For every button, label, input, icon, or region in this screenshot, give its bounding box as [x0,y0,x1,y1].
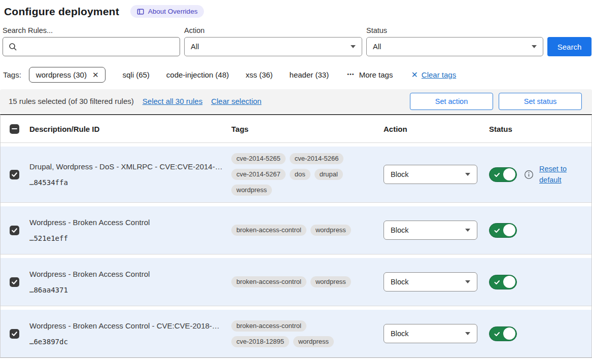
action-filter-field: Action All [184,26,362,56]
select-all-link[interactable]: Select all 30 rules [143,97,202,105]
search-rules-field: Search Rules... [3,26,180,56]
table-row: Wordpress - Broken Access Control …86aa4… [1,258,591,306]
search-input[interactable] [3,38,180,56]
tag-option-xss[interactable]: xss (36) [246,70,272,79]
tag-pill: cve-2018-12895 [231,336,289,347]
check-icon [494,279,500,285]
bulk-actions: Set action Set status [410,93,582,110]
tag-pill: wordpress [293,336,334,347]
column-header-action: Action [384,125,489,133]
row-tags: broken-access-controlcve-2018-12895wordp… [231,320,384,347]
info-icon[interactable] [524,170,534,179]
tag-pill: wordpress [231,185,272,196]
table-row: Drupal, Wordpress - DoS - XMLRPC - CVE:C… [1,147,591,202]
chevron-down-icon [532,45,537,48]
clear-selection-link[interactable]: Clear selection [211,97,261,105]
selection-bar: 15 rules selected (of 30 filtered rules)… [0,89,592,113]
row-checkbox[interactable] [10,170,19,179]
ellipsis-icon: ••• [347,71,355,77]
table-row-wrap: Drupal, Wordpress - DoS - XMLRPC - CVE:C… [1,142,591,202]
column-header-tags: Tags [231,125,384,133]
tag-pill: drupal [315,169,343,180]
selected-tag-label: wordpress (30) [36,70,87,79]
close-icon: ✕ [411,70,417,80]
status-filter-value: All [373,43,381,51]
more-tags-button[interactable]: ••• More tags [347,70,393,79]
status-toggle[interactable] [489,167,517,182]
check-icon [494,331,500,337]
rule-id: …6e3897dc [29,338,224,346]
set-status-button[interactable]: Set status [499,93,582,110]
set-action-button[interactable]: Set action [410,93,493,110]
action-select[interactable]: Block [384,221,477,240]
filters-row: Search Rules... Action All Status All Se… [3,26,592,56]
tag-pill: wordpress [310,225,351,236]
action-select[interactable]: Block [384,272,477,292]
tags-bar: Tags: wordpress (30) ✕ sqli (65) code-in… [3,67,592,83]
chevron-down-icon [465,332,470,335]
search-input-wrap [3,37,180,56]
action-filter-label: Action [184,26,362,34]
status-toggle[interactable] [489,275,517,289]
check-icon [11,171,18,178]
chevron-down-icon [465,280,470,283]
check-icon [11,331,18,337]
row-checkbox[interactable] [10,277,19,287]
toggle-knob [503,276,515,288]
chevron-down-icon [465,173,470,176]
tag-pill: cve-2014-5265 [231,153,286,164]
row-checkbox[interactable] [10,226,19,235]
clear-tags-link[interactable]: ✕ Clear tags [411,70,456,80]
rule-description: Drupal, Wordpress - DoS - XMLRPC - CVE:C… [29,162,224,172]
tag-option-header[interactable]: header (33) [290,70,329,79]
tag-option-sqli[interactable]: sqli (65) [122,70,149,79]
reset-to-default-link[interactable]: Reset to default [539,163,572,186]
action-filter-select[interactable]: All [184,37,362,56]
action-select-value: Block [391,278,408,286]
check-icon [494,172,500,178]
row-tags: cve-2014-5265cve-2014-5266cve-2014-5267d… [231,153,384,196]
rules-table: Description/Rule ID Tags Action Status D… [0,114,592,358]
rule-id: …86aa4371 [29,286,224,294]
tag-option-code-injection[interactable]: code-injection (48) [166,70,229,79]
rule-description: Wordpress - Broken Access Control [29,218,224,228]
status-filter-select[interactable]: All [366,37,543,56]
selected-tag-wordpress[interactable]: wordpress (30) ✕ [29,67,106,83]
selection-summary: 15 rules selected (of 30 filtered rules) [9,97,134,105]
tags-label: Tags: [3,70,21,79]
search-rules-label: Search Rules... [3,26,180,34]
table-row: Wordpress - Broken Access Control - CVE:… [1,310,591,357]
table-header: Description/Rule ID Tags Action Status [1,115,591,142]
column-header-status: Status [489,125,591,133]
status-toggle[interactable] [489,326,517,341]
check-icon [11,227,18,234]
status-filter-field: Status All [366,26,543,56]
rule-id: …84534ffa [29,178,224,187]
tag-pill: broken-access-control [231,276,306,287]
tag-pill: broken-access-control [231,320,306,332]
clear-tags-label: Clear tags [422,70,456,79]
status-toggle[interactable] [489,223,517,238]
action-select-value: Block [391,170,408,178]
toggle-knob [503,327,515,340]
action-select-value: Block [391,330,408,338]
search-button[interactable]: Search [547,37,591,56]
rule-id: …521e1eff [29,234,224,242]
about-overrides-button[interactable]: About Overrides [130,5,204,18]
rule-description: Wordpress - Broken Access Control [29,270,224,279]
tag-pill: broken-access-control [231,225,306,236]
tag-pill: cve-2014-5266 [290,153,344,164]
toggle-knob [503,224,515,236]
tag-pill: cve-2014-5267 [231,169,286,180]
action-select[interactable]: Block [384,324,477,343]
select-all-checkbox[interactable] [10,124,19,134]
table-row-wrap: Wordpress - Broken Access Control …521e1… [1,202,591,254]
remove-tag-icon[interactable]: ✕ [92,71,99,79]
action-select[interactable]: Block [384,165,477,184]
tag-pill: dos [290,169,310,180]
row-tags: broken-access-controlwordpress [231,276,384,287]
row-checkbox[interactable] [10,329,19,339]
action-filter-value: All [191,43,199,51]
table-row: Wordpress - Broken Access Control …521e1… [1,206,591,254]
table-row-wrap: Wordpress - Broken Access Control - CVE:… [1,306,591,357]
